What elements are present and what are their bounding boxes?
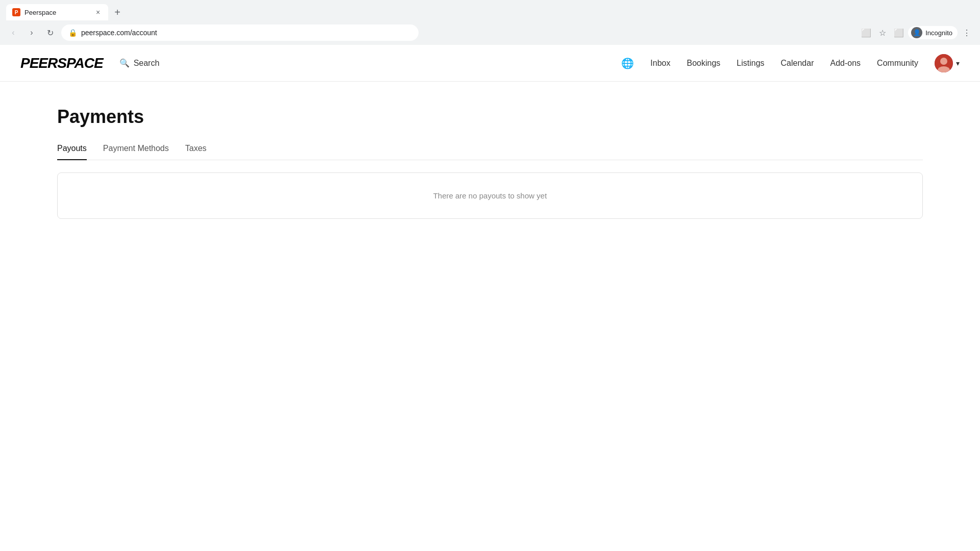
lock-icon: 🔒 bbox=[68, 29, 77, 37]
incognito-avatar: 👤 bbox=[911, 27, 922, 38]
browser-chrome: P Peerspace × + ‹ › ↻ 🔒 peerspace.com/ac… bbox=[0, 0, 980, 45]
search-icon: 🔍 bbox=[119, 58, 130, 68]
app-nav: PEERSPACE 🔍 Search 🌐 Inbox Bookings List… bbox=[0, 45, 980, 82]
nav-right: 🌐 Inbox Bookings Listings Calendar Add-o… bbox=[621, 54, 960, 72]
tab-close-button[interactable]: × bbox=[94, 8, 102, 16]
extension-icon[interactable]: ⬜ bbox=[892, 26, 906, 40]
user-menu-button[interactable]: ▾ bbox=[935, 54, 960, 72]
page-title: Payments bbox=[57, 106, 923, 128]
address-text: peerspace.com/account bbox=[81, 29, 157, 37]
user-chevron-icon: ▾ bbox=[956, 59, 960, 67]
screen-cast-icon[interactable]: ⬜ bbox=[859, 26, 873, 40]
avatar-image bbox=[935, 54, 953, 72]
globe-icon[interactable]: 🌐 bbox=[621, 57, 634, 69]
forward-button[interactable]: › bbox=[24, 26, 39, 40]
browser-tab[interactable]: P Peerspace × bbox=[6, 4, 108, 20]
incognito-badge[interactable]: 👤 Incognito bbox=[908, 26, 958, 39]
browser-actions: ⬜ ☆ ⬜ 👤 Incognito ⋮ bbox=[859, 26, 974, 40]
browser-title-bar: P Peerspace × + bbox=[0, 0, 980, 20]
main-content: Payments Payouts Payment Methods Taxes T… bbox=[0, 82, 980, 243]
empty-state: There are no payouts to show yet bbox=[57, 172, 923, 219]
empty-state-message: There are no payouts to show yet bbox=[433, 191, 547, 200]
tab-payouts[interactable]: Payouts bbox=[57, 144, 87, 160]
reload-button[interactable]: ↻ bbox=[43, 26, 57, 40]
tab-title: Peerspace bbox=[24, 9, 56, 16]
back-button[interactable]: ‹ bbox=[6, 26, 20, 40]
app-logo[interactable]: PEERSPACE bbox=[20, 55, 103, 71]
tab-payment-methods[interactable]: Payment Methods bbox=[103, 144, 169, 160]
nav-link-inbox[interactable]: Inbox bbox=[650, 59, 670, 68]
incognito-label: Incognito bbox=[925, 29, 952, 37]
star-icon[interactable]: ☆ bbox=[875, 26, 890, 40]
svg-point-1 bbox=[940, 58, 947, 65]
nav-link-listings[interactable]: Listings bbox=[737, 59, 764, 68]
nav-link-calendar[interactable]: Calendar bbox=[781, 59, 814, 68]
search-button[interactable]: 🔍 Search bbox=[119, 58, 160, 68]
nav-link-addons[interactable]: Add-ons bbox=[830, 59, 861, 68]
browser-menu-button[interactable]: ⋮ bbox=[960, 26, 974, 40]
search-label: Search bbox=[134, 59, 160, 68]
address-bar[interactable]: 🔒 peerspace.com/account bbox=[61, 24, 419, 41]
nav-link-bookings[interactable]: Bookings bbox=[687, 59, 720, 68]
user-avatar bbox=[935, 54, 953, 72]
browser-toolbar: ‹ › ↻ 🔒 peerspace.com/account ⬜ ☆ ⬜ 👤 In… bbox=[0, 20, 980, 45]
tab-favicon: P bbox=[12, 8, 20, 16]
tab-taxes[interactable]: Taxes bbox=[185, 144, 207, 160]
new-tab-button[interactable]: + bbox=[110, 5, 125, 19]
tabs: Payouts Payment Methods Taxes bbox=[57, 144, 923, 160]
nav-link-community[interactable]: Community bbox=[877, 59, 918, 68]
